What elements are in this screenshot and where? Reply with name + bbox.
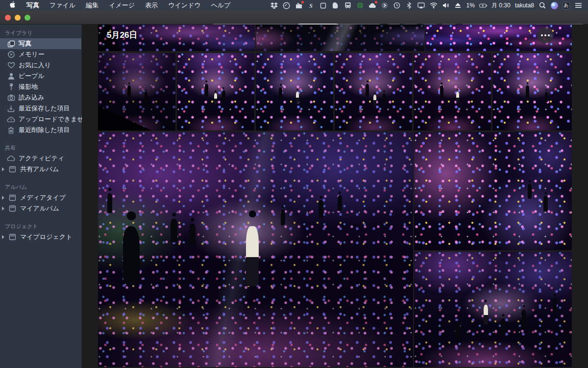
menu-help[interactable]: ヘルプ xyxy=(211,1,231,10)
input-method-icon[interactable]: あ xyxy=(563,2,570,9)
disclosure-triangle-icon[interactable] xyxy=(2,196,4,200)
window-minimize-button[interactable] xyxy=(15,15,21,21)
sidebar-item-memories[interactable]: メモリー xyxy=(0,49,81,60)
apple-icon xyxy=(10,1,16,8)
recently-saved-icon xyxy=(7,105,15,112)
sidebar-item-people[interactable]: ピープル xyxy=(0,71,81,81)
spotlight-search-icon[interactable] xyxy=(539,1,546,9)
album-icon xyxy=(8,194,17,202)
sidebar-item-label: 共有アルバム xyxy=(20,165,59,174)
creative-cloud-icon[interactable] xyxy=(283,1,291,9)
wifi-icon[interactable] xyxy=(430,1,438,9)
badge-dot xyxy=(301,0,304,4)
dropbox-icon[interactable] xyxy=(270,1,278,9)
bluetooth-icon[interactable] xyxy=(405,1,413,9)
ellipsis-icon xyxy=(548,34,550,36)
photo-grid: 5月26日 xyxy=(82,25,588,368)
sidebar-item-my-projects[interactable]: マイプロジェクト xyxy=(0,232,81,242)
cloud-red-badge-icon[interactable] xyxy=(368,1,376,9)
sidebar-item-activity[interactable]: アクティビティ xyxy=(0,153,81,164)
photo-thumbnail[interactable] xyxy=(335,53,412,131)
disclosure-triangle-icon[interactable] xyxy=(2,167,4,171)
sidebar-item-label: アップロードできません xyxy=(19,115,90,124)
sidebar-item-label: メディアタイプ xyxy=(20,193,66,202)
activity-cloud-icon xyxy=(7,155,15,162)
app-red-badge-icon[interactable] xyxy=(295,1,303,9)
photo-thumbnail[interactable] xyxy=(256,53,333,131)
photo-thumbnail[interactable] xyxy=(414,132,572,250)
sidebar-item-label: ピープル xyxy=(19,72,45,80)
trash-icon xyxy=(7,126,15,134)
sidebar-section-projects: プロジェクト xyxy=(0,220,81,232)
window-app-icon[interactable] xyxy=(319,1,327,9)
sidebar-item-recently-saved[interactable]: 最近保存した項目 xyxy=(0,103,81,114)
transit-icon[interactable] xyxy=(344,1,352,9)
battery-charging-icon[interactable] xyxy=(479,1,487,9)
sidebar-item-places[interactable]: 撮影地 xyxy=(0,81,81,92)
battery-percent: 1% xyxy=(466,2,475,9)
upload-error-cloud-icon xyxy=(7,115,15,123)
disclosure-triangle-icon[interactable] xyxy=(2,235,4,239)
sidebar-item-label: アクティビティ xyxy=(19,154,64,163)
apple-menu[interactable] xyxy=(10,1,16,10)
sidebar-item-photos[interactable]: 写真 xyxy=(0,38,81,49)
imports-icon xyxy=(7,94,15,102)
sidebar-item-label: 最近保存した項目 xyxy=(19,104,70,113)
sidebar-item-label: お気に入り xyxy=(19,61,51,70)
album-icon xyxy=(8,205,17,212)
sidebar-item-shared-albums[interactable]: 共有アルバム xyxy=(0,164,81,175)
user-name[interactable]: takuta8 xyxy=(515,2,534,9)
menu-file[interactable]: ファイル xyxy=(49,1,75,10)
album-icon xyxy=(8,165,17,173)
badge-dot xyxy=(374,0,378,4)
s-app-icon[interactable]: S xyxy=(307,1,315,9)
menu-image[interactable]: イメージ xyxy=(109,1,135,10)
menu-view[interactable]: 表示 xyxy=(145,1,158,10)
disclosure-triangle-icon[interactable] xyxy=(2,207,4,210)
sidebar-item-my-albums[interactable]: マイアルバム xyxy=(0,203,81,214)
sidebar-item-label: 撮影地 xyxy=(19,82,38,91)
menu-window[interactable]: ウインドウ xyxy=(168,1,201,10)
people-icon xyxy=(7,72,15,80)
photo-thumbnail[interactable] xyxy=(98,53,175,131)
memories-icon xyxy=(7,51,15,58)
sidebar-item-label: 写真 xyxy=(19,39,31,48)
window-zoom-button[interactable] xyxy=(24,15,30,21)
sidebar-item-label: 最近削除した項目 xyxy=(19,126,70,134)
photo-thumbnail[interactable] xyxy=(492,53,572,131)
siri-icon[interactable] xyxy=(551,2,558,9)
photo-thumbnail[interactable] xyxy=(414,252,572,367)
menu-bar: 写真 ファイル 編集 イメージ 表示 ウインドウ ヘルプ S xyxy=(0,0,588,11)
sidebar-item-recently-deleted[interactable]: 最近削除した項目 xyxy=(0,125,81,135)
sidebar-item-media-types[interactable]: メディアタイプ xyxy=(0,192,81,203)
sidebar: ライブラリ 写真 メモリー お気に入り ピープル 撮影地 読み込み 最近保存した… xyxy=(0,25,82,368)
volume-icon[interactable] xyxy=(442,1,450,9)
green-globe-icon[interactable] xyxy=(356,1,364,9)
airplay-display-icon[interactable] xyxy=(417,1,425,9)
menu-clock[interactable]: 月 0:30 xyxy=(491,1,511,10)
time-machine-icon[interactable] xyxy=(393,1,401,9)
heart-icon xyxy=(7,61,15,69)
photo-thumbnail[interactable] xyxy=(177,53,254,131)
menu-edit[interactable]: 編集 xyxy=(86,1,98,10)
chevron-app-icon[interactable] xyxy=(381,1,389,9)
more-options-button[interactable] xyxy=(537,27,554,44)
album-icon xyxy=(8,233,17,241)
photo-thumbnail[interactable] xyxy=(256,25,424,51)
photo-large[interactable] xyxy=(98,132,413,367)
sidebar-item-favorites[interactable]: お気に入り xyxy=(0,60,81,71)
ellipsis-icon xyxy=(544,34,546,36)
window-close-button[interactable] xyxy=(5,15,11,21)
sidebar-item-imports[interactable]: 読み込み xyxy=(0,92,81,103)
menu-app-title[interactable]: 写真 xyxy=(26,1,39,10)
notification-center-icon[interactable] xyxy=(574,1,582,9)
sidebar-item-label: 読み込み xyxy=(19,93,45,102)
photos-icon xyxy=(7,40,15,48)
evernote-icon[interactable] xyxy=(332,1,340,9)
ellipsis-icon xyxy=(541,34,543,36)
eject-icon[interactable] xyxy=(454,1,462,9)
sidebar-item-upload-error[interactable]: アップロードできません xyxy=(0,114,81,125)
photo-thumbnail[interactable] xyxy=(414,53,491,131)
window-toolbar: 年別 月別 日別 すべての写真 xyxy=(0,11,588,25)
sidebar-item-label: マイアルバム xyxy=(20,204,59,213)
